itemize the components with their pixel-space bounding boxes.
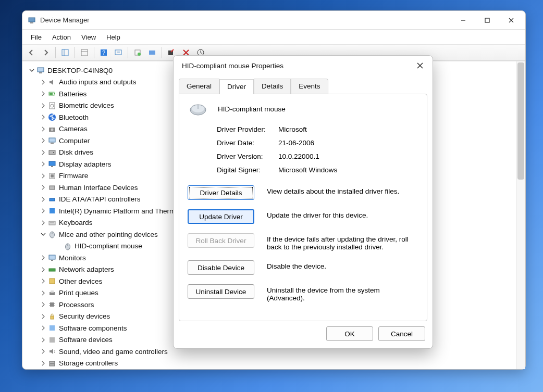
uninstall-device-desc: Uninstall the device from the system (Ad… [267,284,418,302]
svg-point-15 [138,53,141,56]
svg-rect-30 [51,143,54,144]
tab-general[interactable]: General [179,79,219,94]
help-button[interactable]: ? [97,46,110,59]
svg-rect-6 [62,49,68,56]
menubar: File Action View Help [22,30,525,44]
close-button[interactable] [499,12,523,28]
svg-rect-8 [81,49,88,56]
dialog-close-button[interactable] [413,58,427,73]
toolbar-separator [55,47,56,58]
svg-rect-47 [51,260,53,261]
menu-action[interactable]: Action [47,32,76,43]
svg-rect-0 [29,18,35,22]
update-driver-button[interactable]: Update Driver [188,209,254,224]
svg-rect-60 [50,361,55,363]
tab-details[interactable]: Details [254,79,291,94]
mouse-icon [188,102,208,116]
driver-info-grid: Driver Provider: Microsoft Driver Date: … [217,125,418,174]
version-label: Driver Version: [217,153,278,160]
toolbar-separator [162,47,162,58]
svg-rect-59 [50,337,55,343]
signer-label: Digital Signer: [217,166,278,174]
ok-button[interactable]: OK [326,326,373,341]
minimize-button[interactable] [451,12,475,28]
svg-rect-46 [49,255,55,259]
provider-label: Driver Provider: [217,125,278,133]
uninstall-device-button[interactable]: Uninstall Device [188,284,254,299]
tab-events[interactable]: Events [291,79,328,94]
svg-rect-61 [50,364,55,366]
svg-rect-23 [50,93,53,95]
menu-view[interactable]: View [76,32,101,43]
svg-rect-31 [49,150,55,155]
tree-node[interactable]: Storage controllers [24,358,516,370]
app-icon [28,16,36,24]
version-value: 10.0.22000.1 [278,153,418,160]
show-hide-tree-button[interactable] [58,46,72,59]
svg-rect-19 [38,68,44,72]
svg-point-25 [51,104,54,107]
svg-point-32 [53,152,54,153]
driver-details-desc: View details about the installed driver … [267,185,418,195]
svg-rect-39 [50,208,55,213]
toolbar-separator [75,47,75,58]
svg-rect-37 [50,186,55,189]
dialog-title: HID-compliant mouse Properties [182,62,283,70]
uninstall-button[interactable] [145,46,159,59]
svg-rect-38 [50,198,55,201]
svg-text:?: ? [102,49,105,56]
svg-rect-58 [50,325,55,331]
scrollbar[interactable] [516,61,525,369]
menu-file[interactable]: File [26,32,47,43]
device-name: HID-compliant mouse [218,105,286,113]
back-button[interactable] [24,46,38,59]
dialog-titlebar: HID-compliant mouse Properties [174,56,433,75]
scrollbar-thumb[interactable] [517,62,524,180]
provider-value: Microsoft [278,125,418,133]
svg-rect-57 [51,316,54,319]
svg-rect-52 [50,302,54,307]
svg-rect-22 [54,93,55,94]
menu-help[interactable]: Help [101,32,126,43]
svg-rect-34 [51,166,53,167]
tab-driver[interactable]: Driver [219,79,254,94]
update-driver-desc: Update the driver for this device. [267,209,418,219]
svg-rect-1 [30,22,33,23]
tab-strip: General Driver Details Events [179,79,427,94]
svg-point-28 [51,128,54,131]
svg-rect-16 [149,50,155,55]
svg-rect-51 [51,290,54,293]
disable-device-desc: Disable the device. [267,260,418,270]
svg-rect-36 [51,174,54,178]
svg-rect-33 [49,161,55,166]
toolbar-separator [128,47,128,58]
disable-device-button[interactable]: Disable Device [188,260,254,275]
roll-back-driver-desc: If the device fails after updating the d… [267,233,418,251]
cancel-button[interactable]: Cancel [378,326,425,341]
properties-dialog: HID-compliant mouse Properties General D… [173,55,433,349]
toolbar-separator [94,47,94,58]
tab-body-driver: HID-compliant mouse Driver Provider: Mic… [179,94,427,321]
date-value: 21-06-2006 [278,139,418,147]
signer-value: Microsoft Windows [278,166,418,174]
svg-rect-49 [50,279,55,284]
driver-details-button[interactable]: Driver Details [188,185,254,200]
update-driver-button[interactable] [131,46,144,59]
maximize-button[interactable] [475,12,499,28]
svg-rect-48 [49,269,55,271]
window-title: Device Manager [40,16,90,24]
svg-rect-3 [485,18,489,22]
date-label: Driver Date: [217,139,278,147]
titlebar: Device Manager [22,11,525,30]
roll-back-driver-button: Roll Back Driver [188,233,254,248]
properties-button[interactable] [78,46,91,59]
forward-button[interactable] [39,46,53,59]
scan-hardware-button[interactable] [112,46,125,59]
svg-rect-29 [49,138,55,142]
svg-rect-20 [39,72,42,73]
